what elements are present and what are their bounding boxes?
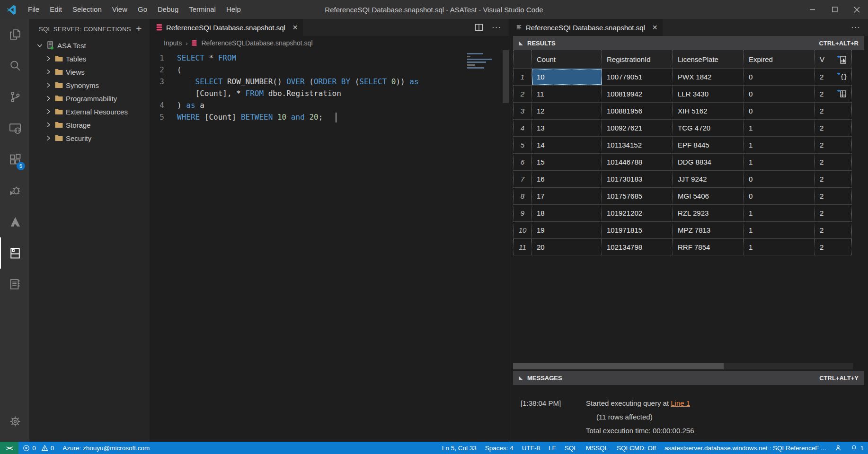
code-line[interactable]: 5WHERE [Count] BETWEEN 10 and 20; (150, 111, 509, 123)
messages-section-header[interactable]: MESSAGES CTRL+ALT+Y (513, 371, 864, 385)
grid-cell[interactable]: JJT 9242 (673, 171, 744, 187)
grid-cell[interactable]: XIH 5162 (673, 103, 744, 119)
grid-cell[interactable]: 101446788 (602, 154, 673, 170)
tree-item-tables[interactable]: Tables (29, 52, 150, 65)
code-line[interactable]: 1SELECT * FROM (150, 52, 509, 64)
status-language-mode[interactable]: SQL (560, 442, 582, 454)
settings-gear-icon[interactable] (0, 406, 29, 437)
tree-item-security[interactable]: Security (29, 131, 150, 145)
grid-cell[interactable]: 15 (532, 154, 602, 170)
tab-sql-file[interactable]: ReferenceSQLDatabase.snapshot.sql ✕ (150, 19, 303, 36)
results-section-header[interactable]: RESULTS CTRL+ALT+R (513, 36, 864, 50)
grid-cell[interactable]: 1 (744, 239, 815, 255)
notebook-icon[interactable] (0, 269, 29, 300)
chevron-right-icon[interactable] (44, 108, 52, 115)
grid-cell[interactable]: 0 (744, 86, 815, 102)
grid-cell[interactable]: 2 (815, 120, 852, 136)
code-line[interactable]: [Count], * FROM dbo.Registration (150, 87, 509, 99)
azure-icon[interactable] (0, 206, 29, 237)
grid-cell[interactable]: RZL 2923 (673, 205, 744, 221)
grid-cell[interactable]: 19 (532, 222, 602, 238)
tab-close-icon[interactable]: ✕ (292, 24, 298, 31)
chevron-right-icon[interactable] (44, 134, 52, 142)
grid-cell[interactable]: 18 (532, 205, 602, 221)
maximize-button[interactable] (824, 0, 846, 19)
grid-cell[interactable]: 100881956 (602, 103, 673, 119)
grid-cell[interactable]: 2 (815, 154, 852, 170)
close-button[interactable] (846, 0, 868, 19)
tree-item-asa-test[interactable]: ASA Test (29, 39, 150, 52)
line-1-link[interactable]: Line 1 (671, 399, 690, 407)
grid-cell[interactable]: 17 (532, 188, 602, 204)
add-connection-button[interactable]: + (136, 24, 142, 34)
grid-cell[interactable]: 101757685 (602, 188, 673, 204)
code-line[interactable]: 3 SELECT ROW_NUMBER() OVER (ORDER BY (SE… (150, 76, 509, 87)
results-grid[interactable]: CountRegistrationIdLicensePlateExpiredV1… (513, 50, 852, 255)
grid-cell[interactable]: 16 (532, 171, 602, 187)
column-header-Expired[interactable]: Expired (744, 50, 815, 68)
grid-cell[interactable]: 1 (744, 137, 815, 153)
extensions-icon[interactable]: 5 (0, 144, 29, 175)
minimap[interactable] (467, 53, 498, 70)
status-eol[interactable]: LF (544, 442, 560, 454)
menu-go[interactable]: Go (133, 0, 152, 19)
problems-indicator[interactable]: 0 0 (18, 442, 58, 454)
grid-cell[interactable]: 1 (744, 205, 815, 221)
chevron-right-icon[interactable] (44, 55, 52, 62)
status-encoding[interactable]: UTF-8 (518, 442, 544, 454)
menu-view[interactable]: View (107, 0, 133, 19)
chevron-right-icon[interactable] (44, 121, 52, 129)
minimize-button[interactable] (801, 0, 824, 19)
grid-cell[interactable]: MGI 5406 (673, 188, 744, 204)
tree-item-synonyms[interactable]: Synonyms (29, 79, 150, 92)
grid-cell[interactable]: 1 (744, 154, 815, 170)
grid-cell[interactable]: 2 (815, 239, 852, 255)
explorer-icon[interactable] (0, 19, 29, 50)
grid-cell[interactable]: 101730183 (602, 171, 673, 187)
code-line[interactable]: 4) as a (150, 99, 509, 111)
source-control-icon[interactable] (0, 81, 29, 113)
grid-cell[interactable]: 0 (744, 103, 815, 119)
grid-cell[interactable]: TCG 4720 (673, 120, 744, 136)
column-header-Count[interactable]: Count (532, 50, 602, 68)
tree-item-storage[interactable]: Storage (29, 118, 150, 131)
menu-selection[interactable]: Selection (67, 0, 107, 19)
column-header-rownum[interactable] (513, 50, 532, 68)
grid-cell[interactable]: 2 (815, 103, 852, 119)
grid-cell[interactable]: 101921202 (602, 205, 673, 221)
grid-cell[interactable]: 100779051 (602, 69, 673, 85)
sql-server-icon[interactable] (0, 237, 29, 269)
tree-item-programmability[interactable]: Programmability (29, 92, 150, 105)
grid-cell[interactable]: 0 (744, 171, 815, 187)
menu-terminal[interactable]: Terminal (184, 0, 221, 19)
chevron-right-icon[interactable] (44, 81, 52, 89)
save-as-csv-button[interactable] (836, 54, 848, 65)
grid-cell[interactable]: 2 (815, 222, 852, 238)
grid-cell[interactable]: 100819942 (602, 86, 673, 102)
status-sqlcmd-mode[interactable]: SQLCMD: Off (612, 442, 660, 454)
status-connection[interactable]: asatestserver.database.windows.net : SQL… (660, 442, 830, 454)
search-icon[interactable] (0, 50, 29, 81)
grid-cell[interactable]: MPZ 7813 (673, 222, 744, 238)
grid-cell[interactable]: 0 (744, 188, 815, 204)
split-editor-icon[interactable] (475, 23, 483, 32)
grid-cell[interactable]: 14 (532, 137, 602, 153)
grid-cell[interactable]: 20 (532, 239, 602, 255)
run-and-debug-icon[interactable] (0, 175, 29, 206)
editor-scrollbar[interactable] (503, 50, 509, 103)
grid-cell[interactable]: 102134798 (602, 239, 673, 255)
grid-cell[interactable]: 1 (744, 120, 815, 136)
grid-cell[interactable]: 100927621 (602, 120, 673, 136)
save-as-json-button[interactable]: {} (836, 71, 848, 82)
menu-debug[interactable]: Debug (152, 0, 184, 19)
menu-edit[interactable]: Edit (44, 0, 67, 19)
breadcrumb-file[interactable]: ReferenceSQLDatabase.snapshot.sql (201, 39, 312, 47)
status-cursor-position[interactable]: Ln 5, Col 33 (438, 442, 481, 454)
status-mssql-provider[interactable]: MSSQL (582, 442, 612, 454)
azure-account[interactable]: Azure: zhouyu@microsoft.com (58, 442, 154, 454)
menu-help[interactable]: Help (221, 0, 246, 19)
save-as-excel-button[interactable] (836, 88, 848, 99)
grid-cell[interactable]: 10 (532, 69, 602, 85)
tree-item-external-resources[interactable]: External Resources (29, 105, 150, 118)
notifications-bell[interactable]: 1 (846, 442, 868, 454)
